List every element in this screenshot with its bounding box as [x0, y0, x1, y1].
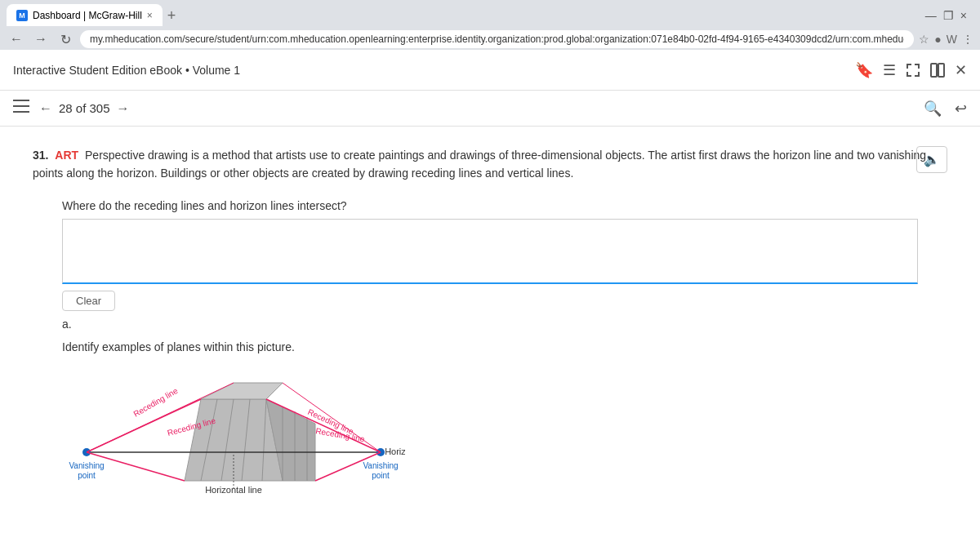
extension-icon[interactable]: W: [947, 33, 957, 46]
page-navigation: ← 28 of 305 →: [39, 101, 130, 116]
svg-text:Horizontal line: Horizontal line: [385, 447, 405, 456]
close-ebook-button[interactable]: ✕: [955, 61, 967, 79]
svg-text:point: point: [78, 471, 96, 480]
restore-button[interactable]: ❐: [943, 9, 954, 22]
ebook-title: Interactive Student Edition eBook • Volu…: [13, 64, 240, 77]
ebook-toolbar: Interactive Student Edition eBook • Volu…: [0, 50, 980, 91]
svg-text:Horizontal line: Horizontal line: [205, 485, 262, 495]
svg-rect-1: [938, 64, 944, 77]
page-indicator: 28 of 305: [59, 101, 110, 115]
address-bar: ← → ↻ ☆ ● W ⋮: [0, 26, 980, 52]
list-icon-button[interactable]: ☰: [883, 61, 896, 79]
tab-close-button[interactable]: ×: [147, 10, 153, 21]
clear-button[interactable]: Clear: [62, 291, 115, 311]
diagram-svg: Receding line Receding line Receding lin…: [62, 367, 405, 513]
new-tab-button[interactable]: +: [167, 7, 176, 24]
tab-bar: M Dashboard | McGraw-Hill × + — ❐ ×: [0, 0, 980, 26]
menu-dots-icon[interactable]: ⋮: [962, 33, 973, 46]
hamburger-menu-button[interactable]: [13, 100, 29, 117]
search-button[interactable]: 🔍: [924, 100, 942, 118]
svg-rect-4: [13, 111, 29, 113]
part-label-a: a.: [62, 318, 918, 331]
perspective-diagram: Receding line Receding line Receding lin…: [62, 367, 405, 513]
audio-button[interactable]: 🔈: [916, 146, 947, 173]
question-text: 31. ART Perspective drawing is a method …: [33, 146, 947, 183]
svg-rect-0: [931, 64, 937, 77]
bookmark-star-icon[interactable]: ☆: [919, 33, 929, 46]
question-block: 🔈 31. ART Perspective drawing is a metho…: [33, 146, 947, 183]
browser-chrome: M Dashboard | McGraw-Hill × + — ❐ × ← → …: [0, 0, 980, 49]
back-nav-button[interactable]: ←: [7, 29, 26, 49]
art-tag: ART: [55, 149, 78, 162]
next-page-button[interactable]: →: [117, 101, 130, 116]
tab-title: Dashboard | McGraw-Hill: [33, 10, 142, 21]
svg-text:Vanishing: Vanishing: [69, 461, 104, 470]
forward-nav-button[interactable]: →: [31, 29, 51, 49]
nav-bar: ← 28 of 305 → 🔍 ↩: [0, 91, 980, 127]
main-content: 🔈 31. ART Perspective drawing is a metho…: [0, 127, 980, 551]
app-container: Interactive Student Edition eBook • Volu…: [0, 49, 980, 551]
svg-rect-2: [13, 100, 29, 101]
window-controls: — ❐ ×: [925, 9, 973, 22]
reload-button[interactable]: ↻: [56, 29, 75, 49]
previous-page-button[interactable]: ←: [39, 101, 52, 116]
toolbar-icons: 🔖 ☰ ✕: [855, 61, 967, 79]
identify-question: Identify examples of planes within this …: [62, 340, 918, 353]
nav-right-controls: 🔍 ↩: [924, 100, 967, 118]
split-icon-button[interactable]: [930, 63, 945, 78]
address-input[interactable]: [80, 30, 914, 48]
svg-text:Receding line: Receding line: [132, 385, 180, 418]
address-bar-icons: ☆ ● W ⋮: [919, 33, 973, 46]
minimize-button[interactable]: —: [925, 9, 937, 22]
tab-favicon: M: [16, 10, 28, 21]
close-window-button[interactable]: ×: [960, 9, 967, 22]
svg-rect-3: [13, 105, 29, 107]
undo-button[interactable]: ↩: [955, 100, 967, 118]
svg-text:Vanishing: Vanishing: [363, 461, 398, 470]
sub-question: Where do the receding lines and horizon …: [62, 199, 947, 212]
svg-marker-7: [201, 383, 283, 399]
answer-input-box[interactable]: [62, 219, 918, 284]
question-number: 31.: [33, 149, 48, 162]
active-tab[interactable]: M Dashboard | McGraw-Hill ×: [7, 4, 163, 27]
question-body: Perspective drawing is a method that art…: [33, 149, 926, 180]
svg-text:point: point: [372, 471, 390, 480]
expand-icon-button[interactable]: [906, 63, 920, 78]
bookmark-icon-button[interactable]: 🔖: [855, 61, 873, 79]
profile-icon[interactable]: ●: [934, 33, 941, 46]
